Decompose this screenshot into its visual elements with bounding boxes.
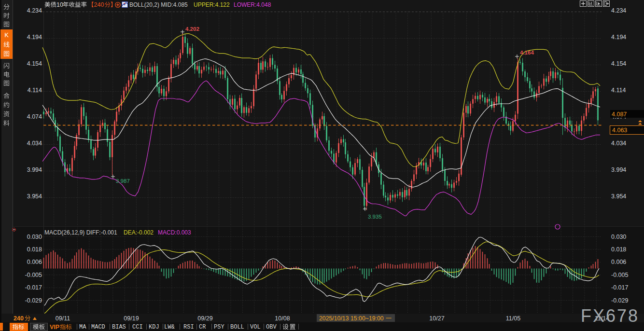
svg-text:MACD:0.003: MACD:0.003	[158, 229, 191, 236]
svg-text:-0.029: -0.029	[611, 297, 628, 304]
svg-text:MACD(26,12,9) DIFF:-0.001: MACD(26,12,9) DIFF:-0.001	[44, 229, 117, 236]
svg-text:4.154: 4.154	[611, 60, 626, 67]
svg-text:240: 240	[94, 1, 104, 8]
svg-text:CR: CR	[199, 324, 206, 331]
svg-text:-0.017: -0.017	[25, 284, 42, 291]
svg-text:4.063: 4.063	[612, 127, 627, 134]
svg-text:KDJ: KDJ	[149, 324, 159, 331]
svg-text:09/29: 09/29	[197, 315, 212, 322]
svg-text:0.030: 0.030	[27, 234, 42, 240]
svg-text:OBV: OBV	[266, 324, 277, 331]
svg-text:4.087: 4.087	[612, 111, 627, 118]
svg-text:10/27: 10/27	[429, 315, 444, 322]
svg-text:-0.005: -0.005	[25, 272, 42, 278]
svg-text:10: 10	[56, 1, 63, 8]
svg-text:0.030: 0.030	[611, 234, 626, 240]
svg-text:MACD: MACD	[91, 324, 105, 331]
svg-text:0.018: 0.018	[611, 246, 626, 253]
svg-text:RSI: RSI	[183, 324, 194, 331]
svg-text:11/05: 11/05	[506, 315, 520, 322]
svg-text:10/08: 10/08	[275, 315, 290, 322]
svg-text:BOLL: BOLL	[230, 324, 244, 331]
svg-text:3.994: 3.994	[27, 166, 42, 173]
svg-text:3.954: 3.954	[27, 193, 42, 200]
svg-text:4.194: 4.194	[27, 34, 42, 41]
svg-text:LOWER:4.048: LOWER:4.048	[234, 1, 271, 8]
svg-text:LW&: LW&	[164, 324, 175, 331]
svg-text:4.234: 4.234	[611, 7, 626, 14]
svg-text:0.006: 0.006	[611, 259, 626, 265]
svg-text:PSY: PSY	[214, 324, 224, 331]
svg-text:3.994: 3.994	[611, 166, 626, 173]
svg-text:2025/10/13 15:00~19:00: 2025/10/13 15:00~19:00	[319, 315, 384, 322]
svg-text:4.114: 4.114	[611, 87, 626, 94]
svg-text:3.954: 3.954	[611, 193, 626, 200]
svg-text:09/19: 09/19	[124, 315, 139, 322]
svg-text:0.006: 0.006	[27, 259, 42, 265]
svg-text:4.034: 4.034	[611, 140, 626, 147]
svg-text:MA: MA	[79, 324, 86, 331]
svg-text:4.034: 4.034	[27, 140, 42, 147]
svg-text:-0.017: -0.017	[611, 284, 628, 291]
svg-text:4.234: 4.234	[27, 7, 42, 14]
svg-text:4.164: 4.164	[520, 50, 534, 55]
svg-text:240: 240	[14, 315, 24, 322]
svg-text:K: K	[4, 31, 9, 39]
svg-text:4.154: 4.154	[27, 60, 42, 67]
svg-text:0.018: 0.018	[27, 246, 42, 253]
svg-text:BIAS: BIAS	[112, 324, 126, 331]
svg-text:-0.005: -0.005	[611, 272, 628, 278]
svg-text:FX678: FX678	[581, 306, 639, 326]
svg-text:4.202: 4.202	[185, 26, 199, 32]
svg-text:3.987: 3.987	[116, 178, 130, 184]
svg-text:VIP: VIP	[50, 324, 59, 331]
svg-text:3.935: 3.935	[368, 214, 382, 220]
svg-text:CCI: CCI	[132, 324, 143, 331]
svg-text:VOL: VOL	[250, 324, 261, 331]
svg-text:BOLL(20,2) MID:4.085: BOLL(20,2) MID:4.085	[129, 1, 188, 8]
svg-text:4.194: 4.194	[611, 34, 626, 41]
svg-text:4.114: 4.114	[28, 87, 42, 94]
svg-text:UPPER:4.122: UPPER:4.122	[194, 1, 230, 8]
svg-text:09/11: 09/11	[56, 315, 70, 322]
svg-text:-0.029: -0.029	[25, 297, 42, 304]
svg-text:4.074: 4.074	[27, 113, 42, 120]
svg-text:DEA:-0.002: DEA:-0.002	[124, 229, 154, 236]
